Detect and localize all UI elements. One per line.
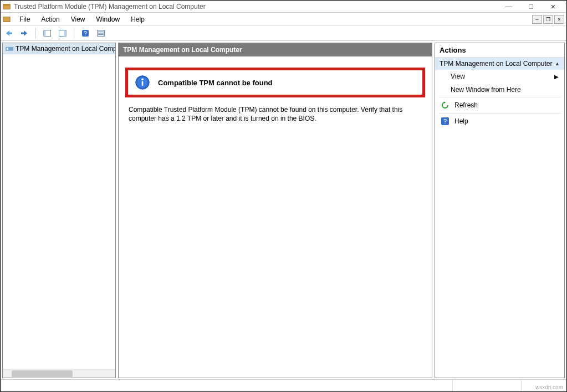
tpm-root-icon xyxy=(6,45,13,52)
menu-action[interactable]: Action xyxy=(35,14,65,25)
action-label: Refresh xyxy=(454,101,478,109)
svg-text:?: ? xyxy=(443,118,447,125)
tpm-description: Compatible Trusted Platform Module (TPM)… xyxy=(119,102,432,126)
mdi-minimize-button[interactable]: – xyxy=(532,15,542,24)
forward-button[interactable] xyxy=(18,27,30,39)
menubar: File Action View Window Help – ❐ × xyxy=(1,13,566,25)
tree-item-tpm-root[interactable]: TPM Management on Local Comp xyxy=(3,43,115,54)
tree-item-label: TPM Management on Local Comp xyxy=(16,45,115,53)
info-icon xyxy=(135,75,150,90)
action-help[interactable]: ? Help xyxy=(435,114,564,128)
scrollbar-thumb[interactable] xyxy=(12,370,73,377)
callout-title: Compatible TPM cannot be found xyxy=(158,79,273,87)
toolbar-separator xyxy=(74,28,74,39)
properties-button[interactable] xyxy=(95,27,107,39)
menu-view[interactable]: View xyxy=(65,14,91,25)
actions-header: Actions xyxy=(435,43,564,58)
actions-separator xyxy=(438,113,561,114)
action-view[interactable]: View ▶ xyxy=(435,70,564,83)
svg-rect-19 xyxy=(142,81,144,86)
action-label: View xyxy=(451,73,465,80)
toolbar: ? xyxy=(1,25,566,41)
svg-rect-6 xyxy=(44,30,46,37)
action-refresh[interactable]: Refresh xyxy=(435,98,564,112)
back-button[interactable] xyxy=(3,27,15,39)
svg-rect-3 xyxy=(9,33,12,34)
app-icon xyxy=(3,3,11,11)
maximize-button[interactable]: □ xyxy=(520,1,542,12)
mdi-close-button[interactable]: × xyxy=(554,15,564,24)
svg-rect-8 xyxy=(64,30,67,37)
svg-text:?: ? xyxy=(84,30,87,37)
svg-point-20 xyxy=(141,79,144,81)
status-cell xyxy=(452,380,520,391)
actions-context-title: TPM Management on Local Computer xyxy=(440,60,552,68)
help-icon: ? xyxy=(441,117,449,126)
actions-context-header[interactable]: TPM Management on Local Computer ▲ xyxy=(435,58,564,70)
tree-panel: TPM Management on Local Comp xyxy=(2,43,116,378)
svg-rect-1 xyxy=(3,4,10,6)
svg-rect-2 xyxy=(3,17,10,22)
window-controls: — □ × xyxy=(498,1,564,12)
menu-window[interactable]: Window xyxy=(91,14,126,25)
tree-horizontal-scrollbar[interactable] xyxy=(3,369,115,378)
mdi-controls: – ❐ × xyxy=(531,15,564,24)
actions-separator xyxy=(438,97,561,97)
svg-rect-4 xyxy=(21,33,24,34)
action-label: Help xyxy=(454,117,468,125)
submenu-arrow-icon: ▶ xyxy=(554,74,559,80)
content-area: TPM Management on Local Comp TPM Managem… xyxy=(1,41,566,379)
actions-panel: Actions TPM Management on Local Computer… xyxy=(435,43,565,378)
help-button[interactable]: ? xyxy=(79,27,91,39)
collapse-icon: ▲ xyxy=(555,61,560,66)
statusbar xyxy=(1,379,566,391)
action-label: New Window from Here xyxy=(451,86,521,94)
main-panel-header: TPM Management on Local Computer xyxy=(119,43,432,56)
minimize-button[interactable]: — xyxy=(498,1,520,12)
svg-rect-16 xyxy=(7,48,8,50)
status-cell xyxy=(1,380,452,391)
show-hide-actions-button[interactable] xyxy=(57,27,69,39)
window-title: Trusted Platform Module (TPM) Management… xyxy=(14,3,498,11)
mmc-window: Trusted Platform Module (TPM) Management… xyxy=(0,0,567,392)
menu-file[interactable]: File xyxy=(14,14,35,25)
tpm-not-found-callout: Compatible TPM cannot be found xyxy=(125,68,425,97)
titlebar: Trusted Platform Module (TPM) Management… xyxy=(1,1,566,13)
mdi-restore-button[interactable]: ❐ xyxy=(543,15,553,24)
close-button[interactable]: × xyxy=(542,1,564,12)
mdi-app-icon xyxy=(3,16,11,23)
action-new-window[interactable]: New Window from Here xyxy=(435,83,564,96)
main-panel: TPM Management on Local Computer Compati… xyxy=(118,43,432,378)
refresh-icon xyxy=(441,101,449,110)
toolbar-separator xyxy=(35,28,36,39)
show-hide-tree-button[interactable] xyxy=(41,27,53,39)
menu-help[interactable]: Help xyxy=(125,14,150,25)
watermark-text: wsxdn.com xyxy=(535,384,563,390)
